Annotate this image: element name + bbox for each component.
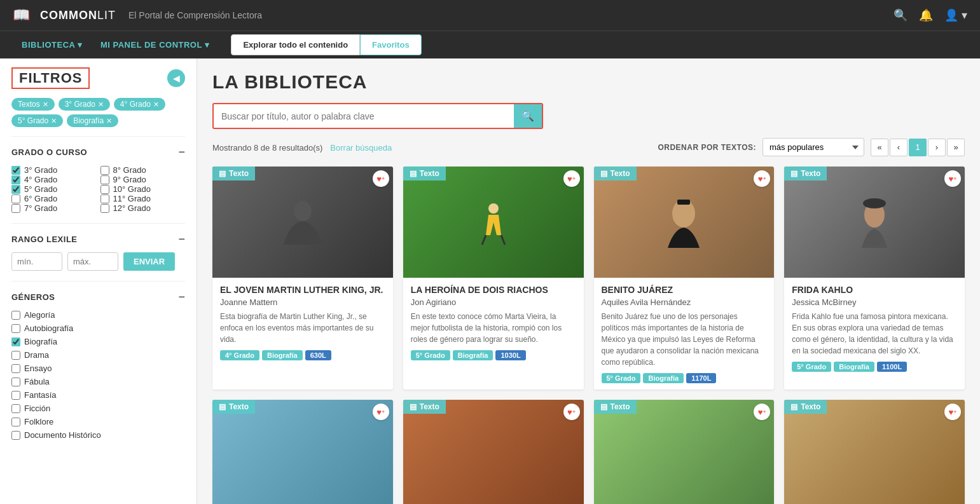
card-type-badge-mlk: ▤ Texto <box>212 167 255 180</box>
text-icon-map2: ▤ <box>600 402 607 411</box>
book-card-woman: ▤ Texto ♥+ <box>403 400 584 504</box>
book-card-map1: ▤ Texto ♥+ <box>212 400 393 504</box>
genres-toggle-icon[interactable]: − <box>178 290 185 304</box>
filter-tag-4grado[interactable]: 4° Grado ✕ <box>114 98 165 111</box>
tab-explorar[interactable]: Explorar todo el contenido <box>231 34 360 55</box>
grade-8[interactable]: 8° Grado <box>100 165 186 175</box>
card-grid: ▤ Texto ♥+ EL JOVEN MARTIN LUTHER KING, … <box>212 167 965 504</box>
genre-autobiografia[interactable]: Autobiografía <box>11 324 185 333</box>
filter-tag-3grado[interactable]: 3° Grado ✕ <box>59 98 110 111</box>
fav-btn-frida[interactable]: ♥+ <box>944 170 961 187</box>
genre-fabula-checkbox[interactable] <box>11 378 20 386</box>
grade-5-checkbox[interactable] <box>11 185 20 194</box>
genre-fantasia-checkbox[interactable] <box>11 391 20 400</box>
genre-documento-checkbox[interactable] <box>11 431 20 440</box>
genre-drama[interactable]: Drama <box>11 350 185 360</box>
genre-drama-checkbox[interactable] <box>11 351 20 360</box>
grade-4-checkbox[interactable] <box>11 175 20 184</box>
genre-documento[interactable]: Documento Histórico <box>11 430 185 440</box>
grade-9[interactable]: 9° Grado <box>100 175 186 184</box>
grade-11-checkbox[interactable] <box>100 194 109 203</box>
grade-6[interactable]: 6° Grado <box>11 194 97 203</box>
fav-btn-soccer[interactable]: ♥+ <box>563 170 580 187</box>
content-tabs: Explorar todo el contenido Favoritos <box>231 34 421 55</box>
genre-ensayo[interactable]: Ensayo <box>11 364 185 373</box>
grade-5[interactable]: 5° Grado <box>11 184 97 194</box>
remove-5grado-icon: ✕ <box>51 117 57 125</box>
user-icon[interactable]: 👤 ▾ <box>944 8 967 22</box>
biblioteca-nav[interactable]: BIBLIOTECA ▾ <box>13 31 92 59</box>
portal-tagline: El Portal de Comprensión Lectora <box>128 10 262 20</box>
mipanel-chevron-icon: ▾ <box>205 40 210 50</box>
genre-autobiografia-checkbox[interactable] <box>11 324 20 333</box>
genre-biografia-checkbox[interactable] <box>11 337 20 346</box>
text-icon-juarez: ▤ <box>600 169 607 178</box>
top-nav-right: 🔍 🔔 👤 ▾ <box>894 8 967 22</box>
search-icon[interactable]: 🔍 <box>894 8 908 22</box>
genre-ficcion-checkbox[interactable] <box>11 404 20 413</box>
genre-biografia[interactable]: Biografía <box>11 337 185 346</box>
filter-tag-biografia[interactable]: Biografía ✕ <box>67 114 118 127</box>
grado-section-title: GRADO O CURSO <box>11 147 87 157</box>
filter-tag-5grado[interactable]: 5° Grado ✕ <box>11 114 63 127</box>
page-first-btn[interactable]: « <box>871 139 888 156</box>
grade-12[interactable]: 12° Grado <box>100 203 186 213</box>
genre-ensayo-checkbox[interactable] <box>11 364 20 373</box>
sort-label: ORDENAR POR TEXTOS: <box>658 143 756 152</box>
card-type-badge-frida: ▤ Texto <box>784 167 827 180</box>
page-prev-btn[interactable]: ‹ <box>890 139 908 156</box>
svg-line-3 <box>501 235 505 245</box>
grado-toggle-icon[interactable]: − <box>178 146 185 159</box>
clear-search-link[interactable]: Borrar búsqueda <box>330 143 392 153</box>
genre-folklore-checkbox[interactable] <box>11 418 20 426</box>
lexile-min-input[interactable] <box>11 252 62 271</box>
grade-3-checkbox[interactable] <box>11 166 20 175</box>
filter-tag-textos[interactable]: Textos ✕ <box>11 98 55 111</box>
tag-grade-frida: 5° Grado <box>792 362 831 372</box>
grade-3[interactable]: 3° Grado <box>11 165 97 175</box>
grade-7[interactable]: 7° Grado <box>11 203 97 213</box>
page-last-btn[interactable]: » <box>947 139 965 156</box>
genre-alegoria-checkbox[interactable] <box>11 311 20 320</box>
grade-6-checkbox[interactable] <box>11 194 20 203</box>
text-icon-frida: ▤ <box>790 169 797 178</box>
genre-ficcion[interactable]: Ficción <box>11 404 185 413</box>
search-button[interactable]: 🔍 <box>514 104 542 128</box>
grade-11[interactable]: 11° Grado <box>100 194 186 203</box>
grade-8-checkbox[interactable] <box>100 166 109 175</box>
search-row: 🔍 <box>212 103 965 129</box>
sort-select[interactable]: más populares título A-Z título Z-A más … <box>763 138 864 156</box>
fav-btn-map1[interactable]: ♥+ <box>373 404 389 420</box>
grade-12-checkbox[interactable] <box>100 204 109 213</box>
lexile-toggle-icon[interactable]: − <box>178 233 185 246</box>
card-desc-juarez: Benito Juárez fue uno de los personajes … <box>602 311 767 368</box>
lexile-max-input[interactable] <box>67 252 118 271</box>
tab-favoritos[interactable]: Favoritos <box>360 34 422 55</box>
grade-10-checkbox[interactable] <box>100 185 109 194</box>
fav-btn-mona[interactable]: ♥+ <box>944 404 961 420</box>
fav-btn-woman[interactable]: ♥+ <box>563 404 580 420</box>
search-input[interactable] <box>214 106 514 127</box>
tag-lexile-juarez: 1170L <box>686 373 716 383</box>
genre-folklore[interactable]: Folklore <box>11 417 185 426</box>
grade-10[interactable]: 10° Grado <box>100 184 186 194</box>
grade-7-checkbox[interactable] <box>11 204 20 213</box>
grade-4[interactable]: 4° Grado <box>11 175 97 184</box>
genre-fabula[interactable]: Fábula <box>11 377 185 386</box>
results-sort-row: Mostrando 8 de 8 resultado(s) Borrar bús… <box>212 138 965 156</box>
grade-9-checkbox[interactable] <box>100 175 109 184</box>
card-image-map2: ▤ Texto ♥+ <box>594 400 775 504</box>
sidebar-collapse-btn[interactable]: ◀ <box>167 69 185 87</box>
fav-btn-mlk[interactable]: ♥+ <box>373 170 389 187</box>
page-1-btn[interactable]: 1 <box>909 139 927 156</box>
genre-alegoria[interactable]: Alegoría <box>11 310 185 320</box>
page-next-btn[interactable]: › <box>928 139 946 156</box>
lexile-enviar-button[interactable]: ENVIAR <box>123 252 175 271</box>
grade-col-left: 3° Grado 4° Grado 5° Grado 6° Grado 7° G… <box>11 165 97 213</box>
mipanel-nav[interactable]: MI PANEL DE CONTROL ▾ <box>92 31 218 59</box>
card-image-juarez: ▤ Texto ♥+ <box>594 167 775 278</box>
mlk-silhouette <box>277 197 328 248</box>
bell-icon[interactable]: 🔔 <box>919 8 933 22</box>
card-image-map1: ▤ Texto ♥+ <box>212 400 393 504</box>
genre-fantasia[interactable]: Fantasía <box>11 390 185 400</box>
